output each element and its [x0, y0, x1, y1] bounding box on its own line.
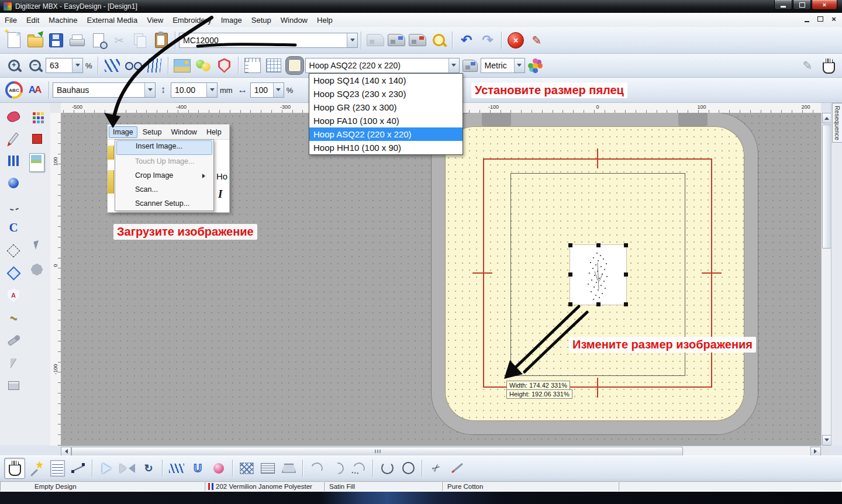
menu-item-scanner-setup[interactable]: Scanner Setup... — [116, 198, 212, 211]
delete-design-icon[interactable]: × — [506, 30, 526, 50]
cross-stitch-icon[interactable] — [237, 458, 257, 478]
machine-screen-icon[interactable] — [387, 30, 406, 50]
scroll-up-button[interactable] — [822, 113, 831, 123]
zoom-combo[interactable]: 63 — [46, 58, 83, 73]
menu-view[interactable]: View — [142, 14, 168, 26]
reshape-icon[interactable] — [68, 458, 88, 478]
menu-embroidery[interactable]: Embroidery — [168, 14, 216, 26]
gradient-fill-icon[interactable] — [279, 458, 299, 478]
scroll-down-button[interactable] — [822, 435, 831, 446]
machine-combo[interactable]: MC12000 — [179, 33, 358, 48]
mirror-icon[interactable] — [118, 458, 137, 478]
overview-window-icon[interactable] — [243, 56, 263, 75]
zigzag-stitch-icon[interactable] — [167, 458, 187, 478]
resize-handle-s[interactable] — [596, 302, 601, 306]
menu-setup[interactable]: Setup — [247, 14, 276, 26]
show-artwork-icon[interactable] — [172, 56, 192, 75]
menu-item-crop-image[interactable]: Crop Image — [116, 170, 212, 183]
vertical-scrollbar[interactable] — [821, 113, 831, 446]
arc-tool-icon[interactable]: C — [4, 218, 23, 237]
minimize-button[interactable] — [774, 0, 792, 10]
hoop-option-hh10[interactable]: Hoop HH10 (100 x 90) — [309, 141, 463, 154]
design-centering-icon[interactable] — [526, 56, 546, 75]
letter-height-arrow[interactable] — [206, 83, 217, 97]
hoop-option-fa10[interactable]: Hoop FA10 (100 x 40) — [309, 114, 463, 127]
design-information-icon[interactable] — [429, 30, 448, 50]
lettering-icon[interactable]: A A — [25, 80, 45, 100]
resize-handle-w[interactable] — [568, 272, 572, 277]
menu-external-media[interactable]: External Media — [82, 14, 143, 26]
save-design-icon[interactable] — [46, 30, 66, 50]
applique-tool-icon[interactable] — [4, 331, 23, 351]
copy-icon[interactable] — [130, 30, 150, 50]
popup-menu-image[interactable]: Image — [109, 126, 137, 138]
stitch-player-icon[interactable] — [96, 458, 116, 478]
measure-icon[interactable]: ✎ — [798, 56, 817, 75]
open-design-icon[interactable] — [25, 30, 45, 50]
design-playback-icon[interactable] — [47, 458, 67, 478]
undo-icon[interactable]: ↶ — [457, 30, 477, 50]
zoom-in-icon[interactable] — [4, 56, 24, 75]
maximize-button[interactable] — [793, 0, 811, 10]
diamond-shape-tool-icon[interactable] — [4, 263, 23, 283]
scroll-left-button[interactable] — [61, 447, 71, 456]
closed-shape-tool-icon[interactable] — [4, 106, 23, 126]
font-combo[interactable]: Bauhaus — [53, 82, 156, 98]
resize-handle-nw[interactable] — [568, 243, 572, 247]
letter-width-arrow[interactable] — [273, 83, 284, 97]
hoop-combo[interactable]: Hoop ASQ22 (220 x 220) — [305, 58, 460, 73]
outline-stitch-tool-icon[interactable] — [4, 195, 23, 215]
needle-point-icon[interactable] — [447, 458, 467, 478]
resize-handle-se[interactable] — [624, 302, 628, 306]
slow-redraw-icon[interactable] — [102, 56, 122, 75]
stipple-stemstitch-icon[interactable] — [349, 458, 369, 478]
arc-object-icon[interactable] — [377, 458, 397, 478]
stipple-run-icon[interactable] — [307, 458, 327, 478]
knife-tool-icon[interactable] — [4, 353, 23, 373]
send-design-icon[interactable] — [408, 30, 427, 50]
resize-handle-e[interactable] — [624, 272, 628, 277]
popup-menu-setup[interactable]: Setup — [139, 126, 166, 138]
hoop-option-asq22[interactable]: Hoop ASQ22 (220 x 220) — [309, 127, 463, 141]
column-stitch-tool-icon[interactable] — [4, 151, 23, 171]
pan-icon[interactable] — [819, 56, 838, 75]
thread-colors-icon[interactable] — [194, 56, 213, 75]
object-properties-icon[interactable] — [215, 56, 234, 75]
touchup-pen-icon[interactable]: ✎ — [527, 30, 547, 50]
cut-icon[interactable]: ✂ — [109, 30, 129, 50]
grid-toggle-icon[interactable] — [264, 56, 284, 75]
rotate-icon[interactable]: ↻ — [139, 458, 158, 478]
hoop-option-sq14[interactable]: Hoop SQ14 (140 x 140) — [309, 74, 463, 87]
redo-icon[interactable]: ↷ — [478, 30, 498, 50]
magic-wand-icon[interactable] — [26, 458, 46, 478]
write-to-machine-icon[interactable] — [365, 30, 385, 50]
selected-image-object[interactable] — [570, 245, 626, 305]
hoop-toggle-icon[interactable] — [285, 56, 305, 75]
fill-stitch-icon[interactable] — [258, 458, 278, 478]
resequence-tab[interactable]: Resequence — [832, 103, 842, 143]
stipple-backstitch-icon[interactable] — [328, 458, 348, 478]
pointer-tool-icon[interactable] — [27, 235, 47, 255]
vertical-scroll-thumb[interactable] — [822, 125, 831, 248]
trim-icon[interactable]: ✂ — [426, 458, 446, 478]
monogram-shield-tool-icon[interactable]: A — [4, 285, 23, 305]
zoom-combo-arrow[interactable] — [72, 58, 82, 73]
thread-view-icon[interactable] — [144, 56, 164, 75]
new-design-icon[interactable] — [4, 30, 24, 50]
mdi-close-button[interactable]: × — [829, 15, 838, 23]
menu-item-touch-up-image[interactable]: Touch Up Image... — [116, 156, 212, 169]
resize-handle-sw[interactable] — [568, 302, 572, 306]
mdi-restore-button[interactable] — [816, 15, 825, 23]
block-tool-icon[interactable] — [4, 375, 23, 395]
sphere-tool-icon[interactable] — [4, 173, 23, 193]
horizontal-scroll-thumb[interactable] — [71, 447, 683, 456]
menu-window[interactable]: Window — [276, 14, 312, 26]
resize-handle-n[interactable] — [596, 243, 601, 247]
horizontal-scrollbar[interactable] — [61, 446, 821, 456]
units-combo-arrow[interactable] — [514, 58, 524, 73]
color-sequence-tool-icon[interactable] — [27, 106, 47, 126]
hoop-combo-arrow[interactable] — [448, 58, 459, 73]
stitch-view-icon[interactable] — [123, 56, 143, 75]
popup-menu-help[interactable]: Help — [202, 126, 226, 138]
scroll-right-button[interactable] — [810, 447, 821, 456]
